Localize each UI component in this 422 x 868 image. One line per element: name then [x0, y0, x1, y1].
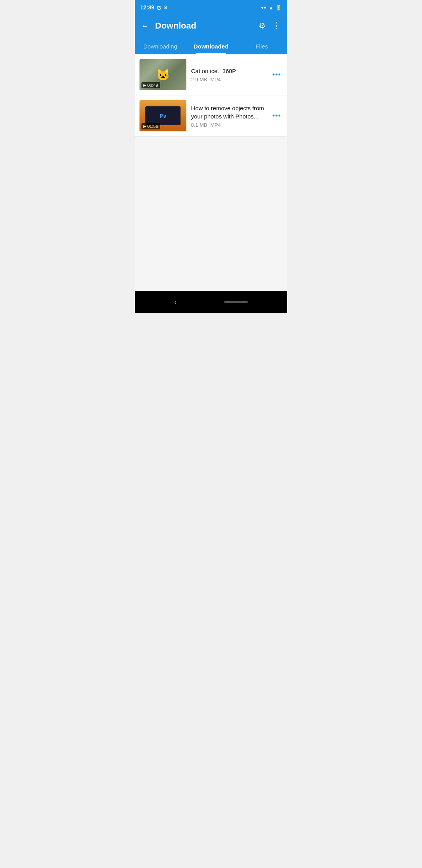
- page-title: Download: [155, 21, 252, 31]
- video-title: Cat on ice._360P: [191, 67, 265, 75]
- tab-downloaded[interactable]: Downloaded: [186, 38, 236, 54]
- cat-image: 🐱: [156, 68, 170, 81]
- toolbar: ← Download ⚙ ⋮: [135, 14, 287, 38]
- content-area: 🐱 ▶ 00:49 Cat on ice._360P 2.9 MB MP4 ••…: [135, 54, 287, 291]
- video-size: 8.1 MB: [191, 122, 207, 128]
- status-right: ▾▾ ▲ 🔋: [261, 5, 282, 11]
- video-thumbnail: Ps ▶ 01:56: [139, 100, 186, 131]
- video-format: MP4: [210, 77, 221, 82]
- video-size: 2.9 MB: [191, 77, 207, 82]
- notif-icon: ⊡: [163, 5, 167, 10]
- video-format: MP4: [210, 122, 221, 128]
- signal-icon: ▲: [268, 5, 274, 11]
- video-meta: 2.9 MB MP4: [191, 77, 265, 82]
- status-bar: 12:39 G ⊡ ▾▾ ▲ 🔋: [135, 0, 287, 14]
- video-thumbnail: 🐱 ▶ 00:49: [139, 59, 186, 90]
- more-options-video1[interactable]: •••: [270, 68, 283, 81]
- video-duration: 00:49: [147, 83, 158, 88]
- nav-home-indicator[interactable]: [224, 301, 248, 303]
- settings-button[interactable]: ⚙: [259, 21, 266, 30]
- status-time: 12:39: [140, 4, 154, 11]
- list-item[interactable]: Ps ▶ 01:56 How to remove objects from yo…: [135, 95, 287, 136]
- video-title: How to remove objects from your photos w…: [191, 104, 265, 120]
- more-options-button[interactable]: ⋮: [272, 21, 281, 31]
- tab-files[interactable]: Files: [236, 38, 287, 54]
- battery-icon: 🔋: [275, 5, 282, 11]
- video-info: Cat on ice._360P 2.9 MB MP4: [191, 67, 265, 82]
- video-meta: 8.1 MB MP4: [191, 122, 265, 128]
- wifi-icon: ▾▾: [261, 5, 266, 11]
- ps-inner: Ps: [145, 106, 181, 125]
- video-duration: 01:56: [147, 124, 158, 129]
- tab-bar: Downloading Downloaded Files: [135, 38, 287, 54]
- video-play-icon: ▶: [143, 83, 146, 87]
- back-button[interactable]: ←: [141, 22, 149, 30]
- list-item[interactable]: 🐱 ▶ 00:49 Cat on ice._360P 2.9 MB MP4 ••…: [135, 54, 287, 95]
- nav-bar: ‹: [135, 291, 287, 313]
- tab-downloading[interactable]: Downloading: [135, 38, 186, 54]
- status-left: 12:39 G ⊡: [140, 4, 167, 11]
- duration-badge: ▶ 00:49: [141, 82, 160, 88]
- nav-back-button[interactable]: ‹: [174, 298, 177, 307]
- more-options-video2[interactable]: •••: [270, 109, 283, 122]
- duration-badge: ▶ 01:56: [141, 123, 160, 129]
- video-play-icon: ▶: [143, 124, 146, 128]
- google-icon: G: [157, 4, 161, 11]
- video-info: How to remove objects from your photos w…: [191, 104, 265, 128]
